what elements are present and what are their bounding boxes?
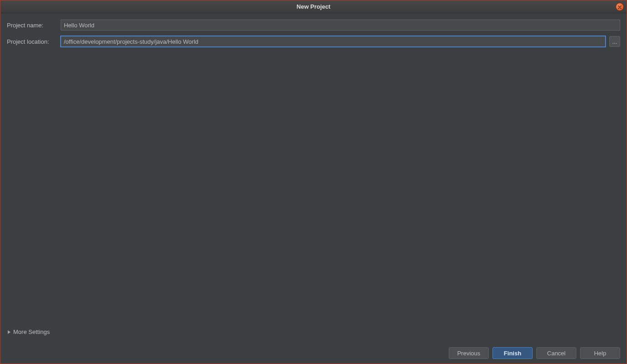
browse-location-button[interactable]: ... [609,36,620,47]
more-settings-label: More Settings [13,328,50,335]
help-button[interactable]: Help [580,347,620,359]
form-area: Project name: Project location: ... [7,20,620,47]
titlebar: New Project [0,0,627,13]
ellipsis-icon: ... [612,38,617,45]
project-location-label: Project location: [7,38,57,45]
previous-button[interactable]: Previous [449,347,489,359]
project-location-row: Project location: ... [7,36,620,47]
close-icon [618,4,622,10]
button-bar: Previous Finish Cancel Help [0,345,627,364]
more-settings-toggle[interactable]: More Settings [7,326,620,342]
chevron-right-icon [8,330,10,334]
close-button[interactable] [616,3,624,11]
finish-button[interactable]: Finish [492,347,533,359]
spacer [7,47,620,326]
window-title: New Project [296,3,330,10]
project-location-input[interactable] [61,36,606,47]
cancel-button[interactable]: Cancel [536,347,576,359]
project-name-row: Project name: [7,20,620,31]
dialog-content: Project name: Project location: ... More… [0,13,627,345]
project-name-input[interactable] [61,20,620,31]
project-name-label: Project name: [7,22,57,29]
